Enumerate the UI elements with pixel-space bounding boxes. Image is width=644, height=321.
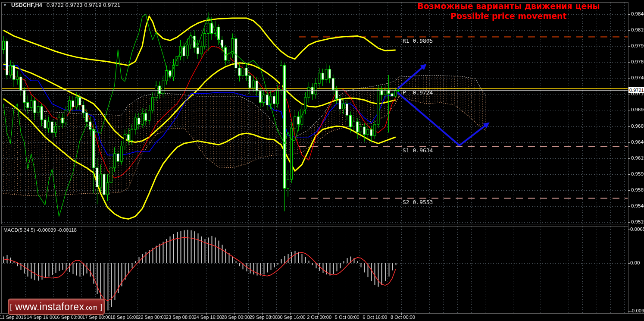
instaforex-watermark: [ www.instaforex .com ]: [8, 299, 105, 315]
time-axis-label: 29 Sep 08:00: [250, 315, 278, 320]
pivot-label-r1: R1 0.9805: [403, 38, 433, 44]
logo-text: www.instaforex: [15, 301, 84, 313]
time-axis-label: 30 Sep 16:00: [277, 315, 305, 320]
current-price-badge: 0.9721: [628, 87, 644, 93]
mt4-chart-window: ▼ USDCHF,H4 0.9722 0.9723 0.9719 0.9721 …: [0, 0, 644, 321]
symbol-period-label: USDCHF,H4: [11, 2, 42, 8]
pivot-label-p: P 0.9724: [403, 89, 433, 96]
symbol-dropdown-icon[interactable]: ▼: [3, 3, 7, 7]
time-axis-label: 11 Sep 2015: [0, 315, 26, 320]
price-axis-label: 0.9765: [631, 59, 644, 64]
time-axis-label: 16 Sep 00:00: [54, 315, 82, 320]
time-axis-label: 2 Oct 00:00: [307, 315, 331, 320]
macd-axis-label: 0.00: [630, 260, 640, 265]
price-axis-label: 0.9565: [631, 187, 644, 192]
macd-indicator-label: MACD(5,34,5) -0.00039 -0.00118: [3, 227, 77, 233]
ohlc-quotes-label: 0.9722 0.9723 0.9719 0.9721: [47, 2, 120, 8]
forecast-annotation: Возможные варианты движения цены Possibl…: [379, 1, 638, 21]
price-axis-label: 0.9515: [631, 219, 644, 224]
time-axis-label: 24 Sep 16:00: [194, 315, 222, 320]
time-axis-label: 23 Sep 08:00: [166, 315, 194, 320]
macd-axis-label: -0.00931: [630, 308, 644, 313]
price-axis-label: 0.9665: [631, 123, 644, 129]
logo-bracket-right: ]: [100, 302, 103, 312]
time-axis-label: 18 Sep 16:00: [110, 315, 138, 320]
logo-bracket-left: [: [10, 302, 12, 312]
price-axis-label: 0.9740: [631, 75, 644, 80]
time-axis-label: 5 Oct 08:00: [335, 315, 360, 320]
price-axis-label: 0.9540: [631, 203, 644, 208]
time-axis-label: 22 Sep 00:00: [138, 315, 166, 320]
macd-axis-label: 0.00656: [630, 227, 644, 232]
price-axis-label: 0.9615: [631, 155, 644, 160]
time-axis-label: 17 Sep 08:00: [82, 315, 110, 320]
price-axis-label: 0.9640: [631, 139, 644, 145]
annotation-line-ru: Возможные варианты движения цены: [379, 1, 638, 11]
price-axis-label: 0.9690: [631, 107, 644, 112]
time-axis-label: 6 Oct 16:00: [363, 315, 387, 320]
chart-titlebar: ▼ USDCHF,H4 0.9722 0.9723 0.9719 0.9721: [3, 2, 120, 8]
price-axis-label: 0.9815: [631, 27, 644, 32]
chart-canvas[interactable]: [0, 0, 644, 321]
time-axis-label: 8 Oct 00:00: [391, 315, 415, 320]
annotation-line-en: Possible price movement: [379, 11, 638, 21]
time-axis-label: 28 Sep 00:00: [222, 315, 250, 320]
price-axis-label: 0.9840: [631, 11, 644, 16]
price-axis-label: 0.9590: [631, 171, 644, 176]
pivot-label-s2: S2 0.9553: [403, 199, 433, 205]
time-axis-label: 14 Sep 16:00: [27, 315, 55, 320]
price-axis-label: 0.9790: [631, 43, 644, 48]
logo-suffix: .com: [84, 304, 97, 311]
pivot-label-s1: S1 0.9634: [403, 147, 433, 154]
